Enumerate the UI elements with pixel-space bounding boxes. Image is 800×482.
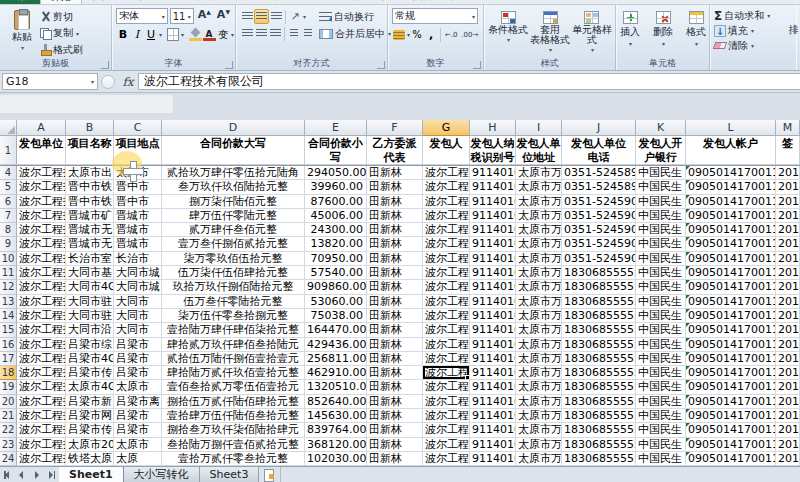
cell-G12[interactable]: 波尔工程技 — [423, 280, 470, 294]
row-header-18[interactable]: 18 — [0, 366, 17, 380]
cell-F21[interactable]: 田新林 — [367, 409, 423, 423]
cell-E5[interactable]: 39960.00 — [305, 180, 367, 194]
cell-B22[interactable]: 吕梁市传 — [66, 423, 114, 437]
comma-button[interactable]: , — [424, 27, 438, 42]
cell-M15[interactable]: 201 — [776, 323, 800, 337]
cell-K22[interactable]: 中国民生 — [636, 423, 686, 437]
cell-B24[interactable]: 铁塔太原 — [66, 452, 114, 466]
cell-D12[interactable]: 玖拾万玖仟捌佰陆拾元整 — [162, 280, 305, 294]
cell-L4[interactable]: 0905014170011005 — [686, 166, 776, 180]
cell-H24[interactable]: 911401001 — [470, 452, 516, 466]
cell-M24[interactable]: 201 — [776, 452, 800, 466]
align-center-button[interactable] — [254, 26, 268, 41]
cell-I19[interactable]: 太原市万 — [516, 380, 562, 394]
cell-B23[interactable]: 太原市20 — [66, 438, 114, 452]
cell-B9[interactable]: 晋城市无 — [66, 237, 114, 251]
cell-H18[interactable]: 911401001 — [470, 366, 516, 380]
format-cells-button[interactable]: 格式 ▾ — [686, 8, 706, 58]
cell-A9[interactable]: 波尔工程技 — [17, 237, 66, 251]
cell-L1[interactable]: 发包人帐户 — [686, 136, 776, 165]
cell-M19[interactable]: 201 — [776, 380, 800, 394]
cell-A8[interactable]: 波尔工程技 — [17, 223, 66, 237]
cell-J19[interactable]: 18306855555 — [562, 380, 636, 394]
cell-B5[interactable]: 晋中市铁 — [66, 180, 114, 194]
cell-L13[interactable]: 0905014170011005 — [686, 295, 776, 309]
dialog-launcher-alignment-icon[interactable] — [377, 61, 385, 69]
cell-B20[interactable]: 吕梁市新 — [66, 395, 114, 409]
cell-J5[interactable]: 0351-5245899 — [562, 180, 636, 194]
cell-C20[interactable]: 吕梁市离 — [114, 395, 162, 409]
cell-A18[interactable]: 波尔工程技 — [17, 366, 66, 380]
cell-H4[interactable]: 911401001 — [470, 166, 516, 180]
cell-F5[interactable]: 田新林 — [367, 180, 423, 194]
cell-C22[interactable]: 吕梁市 — [114, 423, 162, 437]
cell-H1[interactable]: 发包人纳 税识别号 — [470, 136, 516, 165]
cell-J15[interactable]: 18306855555 — [562, 323, 636, 337]
accounting-format-button[interactable] — [392, 27, 406, 42]
name-box[interactable]: G18▾ — [2, 73, 98, 90]
cell-K11[interactable]: 中国民生 — [636, 266, 686, 280]
cell-K21[interactable]: 中国民生 — [636, 409, 686, 423]
cell-M20[interactable]: 201 — [776, 395, 800, 409]
cell-B10[interactable]: 长治市室 — [66, 252, 114, 266]
cell-F22[interactable]: 田新林 — [367, 423, 423, 437]
cell-G14[interactable]: 波尔工程技 — [423, 309, 470, 323]
cell-B7[interactable]: 晋城市矿 — [66, 209, 114, 223]
cell-D4[interactable]: 贰拾玖万肆仟零伍拾元陆角 — [162, 166, 305, 180]
cell-L8[interactable]: 0905014170011005 — [686, 223, 776, 237]
cell-A21[interactable]: 波尔工程技 — [17, 409, 66, 423]
cell-C17[interactable]: 吕梁市 — [114, 352, 162, 366]
cell-M10[interactable]: 201 — [776, 252, 800, 266]
clear-button[interactable]: 清除▾ — [714, 38, 793, 53]
dialog-launcher-clipboard-icon[interactable] — [101, 61, 109, 69]
cell-E21[interactable]: 145630.00 — [305, 409, 367, 423]
cell-J24[interactable]: 18306855555 — [562, 452, 636, 466]
cell-I13[interactable]: 太原市万 — [516, 295, 562, 309]
cell-F14[interactable]: 田新林 — [367, 309, 423, 323]
cell-E16[interactable]: 429436.00 — [305, 338, 367, 352]
cell-B17[interactable]: 吕梁市4G — [66, 352, 114, 366]
fill-button[interactable]: ↓填充▾ — [714, 23, 793, 38]
cell-E24[interactable]: 102030.00 — [305, 452, 367, 466]
cell-A4[interactable]: 波尔工程技 — [17, 166, 66, 180]
cell-F15[interactable]: 田新林 — [367, 323, 423, 337]
row-header-1[interactable]: 1 — [0, 136, 17, 165]
cell-I8[interactable]: 太原市万 — [516, 223, 562, 237]
cell-L14[interactable]: 0905014170011005 — [686, 309, 776, 323]
tab-nav-next-icon[interactable] — [31, 469, 42, 480]
decrease-decimal-button[interactable]: .00→ — [459, 27, 480, 42]
cut-button[interactable]: 剪切 — [40, 9, 83, 24]
insert-function-button[interactable]: fx — [118, 75, 138, 89]
cell-G8[interactable]: 波尔工程技 — [423, 223, 470, 237]
cell-G18[interactable]: 波尔工程技 — [423, 366, 470, 380]
font-color-button[interactable]: A — [202, 27, 216, 42]
cell-D7[interactable]: 肆万伍仟零陆元整 — [162, 209, 305, 223]
column-header-I[interactable]: I — [516, 120, 562, 136]
cell-H23[interactable]: 911401001 — [470, 438, 516, 452]
cell-I15[interactable]: 太原市万 — [516, 323, 562, 337]
cell-F6[interactable]: 田新林 — [367, 195, 423, 209]
cell-I21[interactable]: 太原市万 — [516, 409, 562, 423]
cell-M14[interactable]: 201 — [776, 309, 800, 323]
cell-L5[interactable]: 0905014170011005 — [686, 180, 776, 194]
cell-B14[interactable]: 大同市驻 — [66, 309, 114, 323]
cell-I16[interactable]: 太原市万 — [516, 338, 562, 352]
cell-G11[interactable]: 波尔工程技 — [423, 266, 470, 280]
cell-D20[interactable]: 捌拾伍万贰仟陆佰肆拾元整 — [162, 395, 305, 409]
row-header-5[interactable]: 5 — [0, 180, 17, 194]
cell-I6[interactable]: 太原市万 — [516, 195, 562, 209]
cell-H15[interactable]: 911401001 — [470, 323, 516, 337]
cell-L17[interactable]: 0905014170011005 — [686, 352, 776, 366]
cell-H5[interactable]: 911401001 — [470, 180, 516, 194]
cell-C6[interactable]: 晋中市 — [114, 195, 162, 209]
cell-D18[interactable]: 肆拾陆万贰仟玖佰壹拾元整 — [162, 366, 305, 380]
cell-B16[interactable]: 吕梁市综 — [66, 338, 114, 352]
cell-E12[interactable]: 909860.00 — [305, 280, 367, 294]
cell-A23[interactable]: 波尔工程技 — [17, 438, 66, 452]
cell-I5[interactable]: 太原市万 — [516, 180, 562, 194]
cell-D15[interactable]: 壹拾陆万肆仟肆佰柒拾元整 — [162, 323, 305, 337]
cell-L6[interactable]: 0905014170011005 — [686, 195, 776, 209]
cell-K14[interactable]: 中国民生 — [636, 309, 686, 323]
orientation-button[interactable]: ↗ — [288, 9, 302, 24]
format-painter-button[interactable]: 格式刷 — [40, 42, 83, 57]
